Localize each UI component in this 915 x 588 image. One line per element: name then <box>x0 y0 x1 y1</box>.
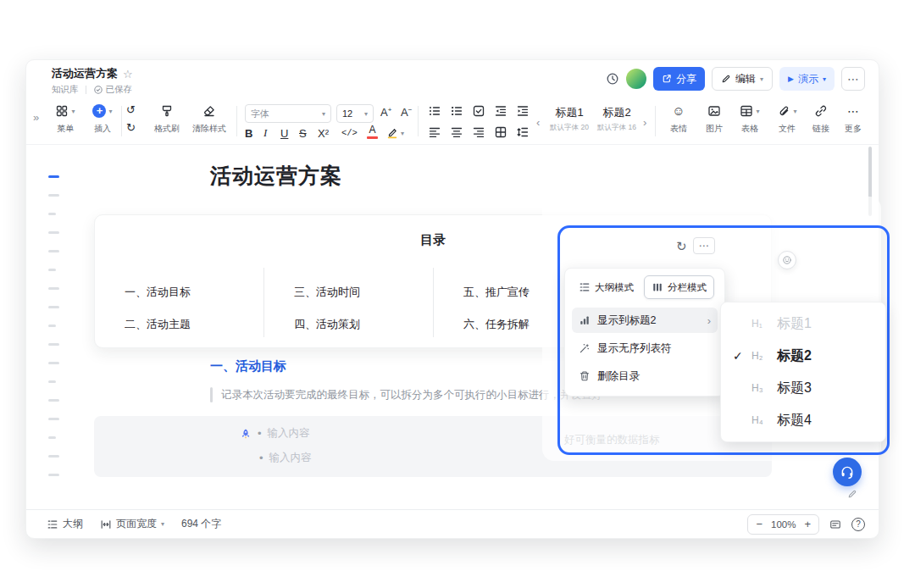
expand-toolbar-icon[interactable]: » <box>33 111 39 124</box>
toc-more-button[interactable]: ⋯ <box>693 237 715 254</box>
menu-button[interactable]: ▾ 菜单 <box>47 103 84 135</box>
outline-mode-button[interactable]: 大纲模式 <box>572 275 640 299</box>
task-list-button[interactable] <box>472 104 485 118</box>
strikethrough-button[interactable]: S <box>299 125 307 141</box>
breadcrumb[interactable]: 知识库 <box>52 84 79 96</box>
saved-check-icon <box>93 85 103 95</box>
page-width-icon <box>100 519 112 530</box>
align-center-button[interactable] <box>450 125 463 139</box>
bold-button[interactable]: B <box>245 125 252 141</box>
eraser-icon <box>202 104 216 118</box>
star-icon[interactable]: ☆ <box>123 69 133 80</box>
present-button[interactable]: ▶ 演示 ▾ <box>779 67 835 91</box>
window-header: 活动运营方案 ☆ 知识库 已保存 <box>26 60 879 97</box>
chevron-left-icon[interactable]: ‹ <box>536 116 540 129</box>
indent-button[interactable] <box>516 104 530 118</box>
code-button[interactable]: </> <box>341 125 358 141</box>
superscript-button[interactable]: X² <box>318 125 329 141</box>
column-mode-icon <box>652 281 663 293</box>
page-width-select[interactable]: 页面宽度 ▾ <box>100 517 164 531</box>
table-button[interactable]: ▾ 表格 <box>731 103 768 135</box>
undo-button[interactable]: ↺ <box>126 103 136 118</box>
layout-button[interactable] <box>494 125 507 139</box>
toc-card-actions: ↻ ⋯ <box>676 237 715 254</box>
submenu-item-h2[interactable]: ✓ H₂ 标题2 <box>721 340 885 372</box>
show-bullet-item[interactable]: 显示无序列表符 <box>572 336 718 361</box>
smiley-icon: ☺ <box>672 104 685 118</box>
chevron-down-icon: ▾ <box>823 75 826 83</box>
submenu-item-h4[interactable]: H₄ 标题4 <box>721 404 885 436</box>
submenu-item-h3[interactable]: H₃ 标题3 <box>721 372 885 404</box>
align-left-button[interactable] <box>428 125 441 139</box>
decrease-font-button[interactable]: A− <box>401 106 412 119</box>
toc-item[interactable]: 一、活动目标 <box>125 285 263 300</box>
font-size-select[interactable]: 12▾ <box>336 104 374 123</box>
header-more-button[interactable]: ⋯ <box>841 67 865 91</box>
image-button[interactable]: 图片 <box>697 103 731 135</box>
bullet-item[interactable]: • 输入内容 <box>259 451 312 465</box>
support-button[interactable] <box>833 458 862 486</box>
chevron-right-icon[interactable]: › <box>643 116 646 129</box>
comment-icon[interactable] <box>778 251 796 269</box>
toc-item[interactable]: 二、活动主题 <box>125 317 263 332</box>
pencil-icon <box>721 74 731 84</box>
feedback-icon[interactable] <box>847 489 857 499</box>
highlight-pen-icon <box>385 125 399 139</box>
link-button[interactable]: 链接 <box>804 103 838 135</box>
emoji-button[interactable]: ☺ 表情 <box>662 103 696 135</box>
font-family-select[interactable]: 字体▾ <box>245 104 331 123</box>
delete-toc-item[interactable]: 删除目录 <box>572 363 718 389</box>
edit-button[interactable]: 编辑 ▾ <box>712 67 773 91</box>
highlight-pen-button[interactable] <box>385 125 399 139</box>
format-painter-button[interactable]: 格式刷 <box>148 103 186 135</box>
submenu-item-h1[interactable]: H₁ 标题1 <box>721 308 885 340</box>
toc-settings-menu: 大纲模式 分栏模式 显示到标题2 › 显示无序列表符 删除目录 <box>564 268 725 397</box>
toolbar-more-button[interactable]: ⋯ 更多 <box>836 103 870 135</box>
outdent-icon <box>494 104 507 118</box>
zoom-out-button[interactable]: − <box>756 519 762 530</box>
redo-button[interactable]: ↻ <box>126 120 136 136</box>
zoom-control: − 100% + <box>747 514 819 535</box>
bullet-list-button[interactable] <box>428 104 441 118</box>
statusbar-right: − 100% + ? <box>747 514 865 535</box>
italic-button[interactable]: I <box>263 125 267 141</box>
bullet-item[interactable]: • 输入内容 <box>240 426 310 441</box>
help-button[interactable]: ? <box>851 518 865 531</box>
zoom-in-button[interactable]: + <box>804 519 811 530</box>
share-button[interactable]: 分享 <box>653 67 705 91</box>
heading1-button[interactable]: 标题1 默认字体 20 <box>546 105 592 133</box>
chevron-down-icon[interactable]: ▾ <box>401 130 404 137</box>
bullet-placeholder[interactable]: 输入内容 <box>269 451 312 465</box>
show-to-heading-item[interactable]: 显示到标题2 › <box>572 308 718 333</box>
divider <box>121 106 122 136</box>
toc-item[interactable]: 四、活动策划 <box>294 317 433 332</box>
avatar[interactable] <box>626 69 646 89</box>
clear-style-button[interactable]: 清除样式 <box>191 103 228 135</box>
divider <box>236 106 237 136</box>
headset-icon <box>840 464 855 480</box>
underline-button[interactable]: U <box>280 125 288 141</box>
history-icon[interactable] <box>606 72 619 86</box>
insert-button[interactable]: + ▾ 插入 <box>84 103 121 135</box>
shortcut-panel-button[interactable] <box>829 519 841 530</box>
align-right-button[interactable] <box>472 125 485 139</box>
bullet-placeholder[interactable]: 输入内容 <box>268 426 310 441</box>
table-icon <box>740 104 753 118</box>
indent-icon <box>516 104 530 118</box>
column-mode-button[interactable]: 分栏模式 <box>644 275 714 299</box>
heading2-button[interactable]: 标题2 默认字体 16 <box>594 105 640 133</box>
shortcut-panel-icon <box>829 519 841 530</box>
font-color-button[interactable]: A <box>367 125 378 139</box>
outdent-button[interactable] <box>494 104 507 118</box>
align-center-icon <box>450 125 463 139</box>
ordered-list-icon <box>450 104 463 118</box>
ordered-list-button[interactable] <box>450 104 463 118</box>
toc-item[interactable]: 三、活动时间 <box>294 285 433 300</box>
increase-font-button[interactable]: A+ <box>380 106 391 119</box>
mode-toggle: 大纲模式 分栏模式 <box>572 275 718 299</box>
file-button[interactable]: ▾ 文件 <box>768 103 806 135</box>
grid-icon <box>55 104 69 118</box>
refresh-icon[interactable]: ↻ <box>676 240 687 252</box>
outline-toggle[interactable]: 大纲 <box>47 517 83 531</box>
line-height-button[interactable] <box>516 125 530 139</box>
